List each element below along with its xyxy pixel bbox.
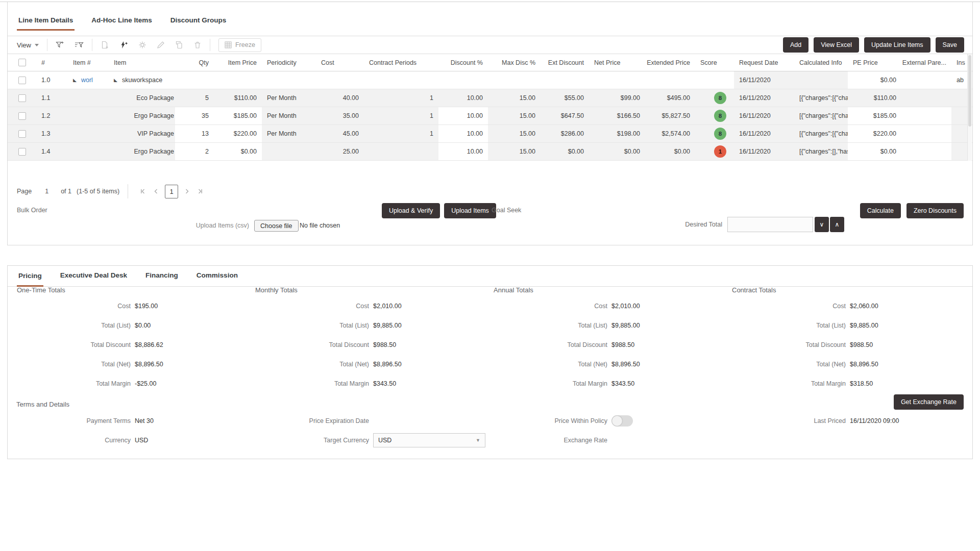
col-header-qty[interactable]: Qty [175,54,214,71]
tab-pricing[interactable]: Pricing [17,272,43,287]
col-header-max_disc[interactable]: Max Disc % [488,54,541,71]
row-checkbox[interactable] [18,130,26,138]
grid-body: 1.0◣worl◣skuworkspace16/11/2020$0.00ab1.… [8,71,972,161]
view-dropdown[interactable]: View [17,41,39,49]
cell-sel [8,89,36,107]
collapse-icon[interactable]: ◣ [73,78,77,83]
table-row: 1.3VIP Package13$220.00Per Month45.00110… [8,125,972,143]
vertical-scrollbar[interactable] [967,54,972,161]
col-header-external[interactable]: External Pare... [901,54,951,71]
get-exchange-rate-button[interactable]: Get Exchange Rate [894,394,964,410]
cell-pe_price[interactable]: $220.00 [848,125,901,142]
zero-discounts-button[interactable]: Zero Discounts [906,203,964,218]
desired-total-dropdown-button[interactable]: ∨ [815,217,829,232]
cell-num: 1.3 [36,125,68,142]
prev-page-icon[interactable] [150,185,163,198]
upload-items-button[interactable]: Upload Items [444,203,496,218]
cell-discount[interactable]: 10.00 [438,125,488,142]
col-header-pe_price[interactable]: PE Price [848,54,901,71]
tab-line-item-details[interactable]: Line Item Details [17,16,75,31]
col-header-item_num[interactable]: Item # [68,54,109,71]
select-all-checkbox[interactable] [18,59,26,66]
total-label: Total Discount [254,341,369,348]
page-label: Page [17,188,32,195]
cell-item_price[interactable]: $220.00 [214,125,262,142]
payment-terms-label: Payment Terms [16,417,131,424]
bulk-order-label: Bulk Order [17,207,47,214]
cell-pe_price[interactable]: $185.00 [848,107,901,124]
upload-verify-button[interactable]: Upload & Verify [382,203,440,218]
col-header-cost[interactable]: Cost [316,54,364,71]
total-label: Cost [254,303,369,310]
last-page-icon[interactable] [193,185,207,198]
tab-ad-hoc-line-items[interactable]: Ad-Hoc Line Items [90,16,154,31]
cell-discount [438,71,488,89]
grid-toolbar: View [8,36,972,54]
target-currency-select[interactable]: USD ▼ [373,433,485,447]
desired-total-up-button[interactable]: ∧ [830,217,844,232]
add-button[interactable]: Add [783,37,808,53]
cell-qty[interactable]: 2 [175,143,214,160]
add-filter-icon[interactable] [56,41,64,49]
col-header-num[interactable]: # [36,54,68,71]
col-header-extended_price[interactable]: Extended Price [645,54,695,71]
col-header-ext_discount[interactable]: Ext Discount [541,54,589,71]
col-header-score[interactable]: Score [695,54,734,71]
cell-pe_price: $110.00 [848,89,901,107]
cell-discount[interactable]: 10.00 [438,143,488,160]
cell-item: Ergo Package [109,107,175,124]
calculate-button[interactable]: Calculate [860,203,901,218]
update-line-items-button[interactable]: Update Line Items [864,37,930,53]
row-checkbox[interactable] [18,112,26,120]
page-value[interactable]: 1 [45,188,48,195]
item-number-link[interactable]: worl [81,77,93,84]
cell-external [901,125,951,142]
cell-pe_price[interactable]: $0.00 [848,143,901,160]
total-value: $343.50 [611,380,634,387]
tab-discount-groups[interactable]: Discount Groups [169,16,228,31]
quote-page: Line Item Details Ad-Hoc Line Items Disc… [0,0,980,551]
total-value: $195.00 [135,303,158,310]
cell-qty[interactable]: 35 [175,107,214,124]
cell-cost: 25.00 [316,143,364,160]
current-page-button[interactable]: 1 [165,185,178,198]
col-header-item_price[interactable]: Item Price [214,54,262,71]
save-button[interactable]: Save [936,37,965,53]
col-header-request_date[interactable]: Request Date [734,54,794,71]
cell-item_price[interactable]: $185.00 [214,107,262,124]
tab-financing[interactable]: Financing [144,271,180,286]
col-header-periodicity[interactable]: Periodicity [262,54,316,71]
filter-list-icon[interactable] [75,41,84,49]
freeze-button[interactable]: Freeze [218,38,261,52]
price-within-policy-toggle[interactable] [611,415,633,427]
cell-calculated_info [794,71,848,89]
next-page-icon[interactable] [180,185,193,198]
cell-item_num: ◣worl [68,71,109,89]
total-value: $8,886.62 [135,341,163,348]
row-checkbox[interactable] [18,94,26,102]
cell-max_disc [488,71,541,89]
cell-item_price[interactable]: $0.00 [214,143,262,160]
col-header-contract_periods[interactable]: Contract Periods [364,54,438,71]
tab-executive-deal-desk[interactable]: Executive Deal Desk [59,271,129,286]
first-page-icon[interactable] [136,185,150,198]
collapse-icon[interactable]: ◣ [114,78,117,83]
view-excel-button[interactable]: View Excel [814,37,859,53]
col-header-net_price[interactable]: Net Price [589,54,645,71]
chevron-down-icon [35,44,39,46]
edit-pencil-icon [157,41,165,49]
row-checkbox[interactable] [18,77,26,84]
cell-discount[interactable]: 10.00 [438,107,488,124]
tab-commission[interactable]: Commission [195,271,239,286]
scrollbar-thumb[interactable] [968,55,971,127]
col-header-item[interactable]: Item [109,54,175,71]
cell-periodicity: Per Month [262,89,316,107]
col-header-discount[interactable]: Discount % [438,54,488,71]
desired-total-input[interactable] [727,217,813,232]
cell-qty[interactable]: 13 [175,125,214,142]
quick-action-icon[interactable] [119,41,128,49]
cell-num: 1.0 [36,71,68,89]
score-badge: 1 [714,145,726,158]
row-checkbox[interactable] [18,148,26,156]
col-header-calculated_info[interactable]: Calculated Info [794,54,848,71]
